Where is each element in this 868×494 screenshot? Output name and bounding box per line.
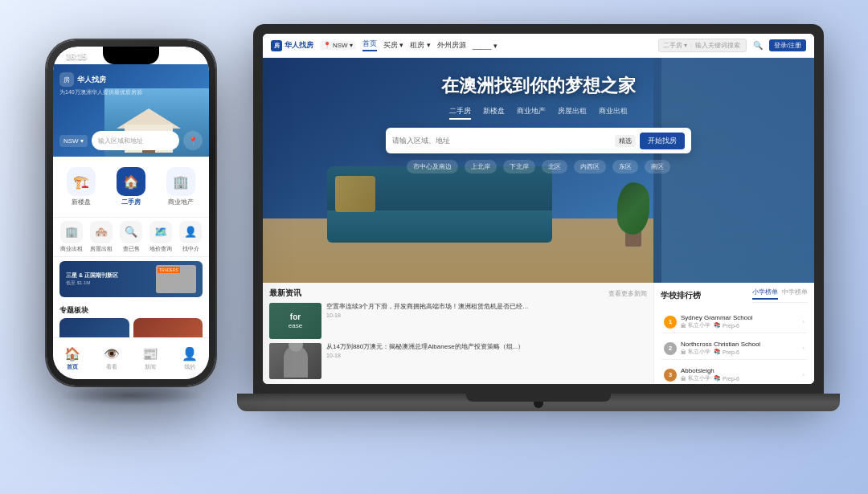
news-date-1: 10-18: [326, 312, 647, 318]
landprice-icon: 🗺️: [149, 221, 172, 243]
quick-link-center[interactable]: 市中心及南边: [407, 160, 458, 174]
phone-subcat-commercial-rent[interactable]: 🏢 商业出租: [59, 221, 83, 253]
laptop-base: [237, 394, 840, 411]
hero-title: 在澳洲找到你的梦想之家: [441, 74, 636, 98]
phone-bottom-nav: 🏠 首页 👁️ 看看 📰 新闻 👤 我的: [53, 337, 209, 379]
quick-link-lowernorth[interactable]: 下北岸: [503, 160, 535, 174]
news-list: forease 空置率连续3个月下滑，开发商拥抱高端市场！澳洲租赁危机是否已经.…: [269, 303, 647, 379]
nav-logo-text: 华人找房: [285, 40, 313, 51]
quick-link-east[interactable]: 东区: [612, 160, 638, 174]
secondhand-icon-wrap: 🏠: [117, 167, 145, 196]
school-name-1: Sydney Grammar School: [681, 314, 798, 321]
nav-link-more[interactable]: _____ ▾: [473, 42, 497, 50]
news-section-header: 最新资讯 查看更多新闻: [269, 288, 647, 299]
nav-search-icon[interactable]: 🔍: [753, 41, 763, 50]
phone-subcat-sold[interactable]: 🔍 查已售: [119, 221, 142, 253]
news-img-1: forease: [269, 303, 321, 339]
phone-map-btn[interactable]: 📍: [183, 131, 203, 150]
school-info-1: Sydney Grammar School 🏛 私立小学 📚 Prep-6: [681, 314, 798, 329]
hero-tab-newdev[interactable]: 新楼盘: [483, 106, 505, 120]
hero-search-bar: 精选 开始找房: [386, 128, 691, 153]
nav-link-overseas[interactable]: 外州房源: [437, 41, 466, 51]
phone-device: 16:15 ▐▐ WiFi 7%: [47, 40, 215, 386]
nav-news-icon: 📰: [142, 346, 158, 361]
news-section: 最新资讯 查看更多新闻 forease 空置率连续3个月下滑，开发商拥抱高端市场…: [263, 283, 653, 384]
news-item-2: 从14万到880万澳元：揭秘澳洲总理Albanese的地产投资策略（组...） …: [269, 343, 647, 379]
agent-label: 找中介: [182, 245, 199, 253]
phone-nav-home[interactable]: 🏠 首页: [53, 338, 92, 379]
sold-icon: 🔍: [120, 221, 142, 243]
commercial-cat-label: 商业地产: [168, 198, 194, 206]
quick-link-innwest[interactable]: 内西区: [574, 160, 606, 174]
quick-link-south[interactable]: 南区: [645, 160, 670, 174]
news-more-link[interactable]: 查看更多新闻: [608, 289, 647, 298]
quick-link-north[interactable]: 北区: [542, 160, 567, 174]
nav-link-rent[interactable]: 租房 ▾: [410, 41, 430, 51]
nav-search-type: 二手房 ▾: [663, 41, 687, 50]
house-rent-label: 房屋出租: [90, 245, 113, 253]
nav-link-buy[interactable]: 买房 ▾: [383, 41, 403, 51]
phone-nav-browse[interactable]: 👁️ 看看: [92, 338, 132, 379]
commercial-rent-label: 商业出租: [60, 245, 83, 253]
house-rent-icon: 🏘️: [90, 221, 113, 243]
phone-status-bar: 16:15 ▐▐ WiFi 7%: [53, 48, 209, 64]
school-meta-1: 🏛 私立小学 📚 Prep-6: [681, 321, 798, 329]
school-item-2[interactable]: 2 Northcross Christian School 🏛 私立小学 📚 P…: [661, 337, 808, 360]
school-rank-1: 1: [664, 316, 677, 329]
phone-shadow: [59, 386, 203, 406]
hero-tab-commercial[interactable]: 商业地产: [517, 106, 546, 120]
school-tab-primary[interactable]: 小学榜单: [752, 288, 778, 300]
location-icon: 📍: [323, 42, 331, 49]
phone-main-categories: 🏗️ 新楼盘 🏠 二手房 🏢 商业地产: [53, 157, 209, 218]
phone-cat-secondhand[interactable]: 🏠 二手房: [107, 163, 155, 210]
school-item-1[interactable]: 1 Sydney Grammar School 🏛 私立小学 📚 Prep-6 …: [661, 311, 808, 333]
hero-tab-renthouse[interactable]: 房屋出租: [558, 106, 587, 120]
nav-search-placeholder: 输入关键词搜索: [695, 41, 740, 50]
sold-label: 查已售: [123, 245, 140, 253]
phone-logo-row: 房 华人找房: [59, 72, 142, 87]
phone-search-placeholder: 输入区域和地址: [98, 137, 143, 145]
nav-link-home[interactable]: 首页: [362, 39, 377, 51]
quick-link-uppernorth[interactable]: 上北岸: [465, 160, 497, 174]
nav-location[interactable]: 📍 NSW ▾: [320, 41, 356, 50]
school-rank-2: 2: [664, 342, 677, 355]
phone-ad-subtitle: 低至 $1.1M: [66, 280, 151, 287]
phone-ad-banner[interactable]: 三星 & 正国期刊新区 低至 $1.1M TRADERS: [59, 261, 203, 297]
school-tab-secondary[interactable]: 中学榜单: [782, 288, 808, 300]
phone-inner: 16:15 ▐▐ WiFi 7%: [53, 47, 209, 379]
laptop-device: 房 华人找房 📍 NSW ▾ 首页 买房 ▾ 租房 ▾ 外州房源 _____ ▾: [253, 24, 824, 470]
phone-search-input[interactable]: 输入区域和地址: [92, 131, 179, 150]
phone-subcat-landprice[interactable]: 🗺️ 地价查询: [149, 221, 173, 253]
phone-cat-newdev[interactable]: 🏗️ 新楼盘: [57, 163, 105, 210]
phone-subcat-house-rent[interactable]: 🏘️ 房屋出租: [89, 221, 113, 253]
school-meta-2: 🏛 私立小学 📚 Prep-6: [681, 348, 798, 356]
phone-hero-text: 房 华人找房 为140万澳洲华人提供最优质房源: [59, 72, 142, 96]
school-chevron-1: ›: [802, 318, 805, 325]
news-img-person: [269, 343, 321, 379]
nav-search-box[interactable]: 二手房 ▾ | 输入关键词搜索: [658, 39, 747, 52]
phone-location-selector[interactable]: NSW ▾: [59, 135, 88, 147]
hero-quick-links: 市中心及南边 上北岸 下北岸 北区 内西区 东区 南区: [407, 160, 670, 174]
phone-subcat-agent[interactable]: 👤 找中介: [179, 221, 203, 253]
nav-location-text: NSW ▾: [333, 42, 353, 49]
school-item-3[interactable]: 3 Abbotsleigh 🏛 私立小学 📚 Prep-6 ›: [661, 364, 808, 384]
phone-cat-commercial[interactable]: 🏢 商业地产: [157, 163, 205, 210]
phone-nav-profile[interactable]: 👤 我的: [170, 338, 210, 379]
school-type-2: 🏛 私立小学: [681, 348, 710, 356]
hero-search-input[interactable]: [392, 137, 611, 145]
hero-filter-btn[interactable]: 精选: [615, 135, 636, 147]
news-text-1: 空置率连续3个月下滑，开发商拥抱高端市场！澳洲租赁危机是否已经... 10-18: [326, 303, 647, 318]
phone-logo-text: 华人找房: [77, 75, 106, 85]
nav-browse-label: 看看: [106, 363, 117, 371]
nav-login-btn[interactable]: 登录/注册: [769, 39, 806, 51]
nav-logo: 房 华人找房: [271, 40, 313, 51]
nav-logo-icon: 房: [271, 40, 282, 51]
hero-tab-secondhand[interactable]: 二手房: [449, 106, 471, 120]
status-time: 16:15: [66, 52, 87, 61]
hero-tab-rentcommercial[interactable]: 商业出租: [599, 106, 628, 120]
hero-background: 在澳洲找到你的梦想之家 二手房 新楼盘 商业地产 房屋出租 商业出租 精选: [263, 58, 814, 283]
news-img-2: [269, 343, 321, 379]
phone-nav-news[interactable]: 📰 新闻: [131, 338, 170, 379]
hero-search-submit-btn[interactable]: 开始找房: [640, 133, 685, 149]
school-name-2: Northcross Christian School: [681, 341, 798, 348]
